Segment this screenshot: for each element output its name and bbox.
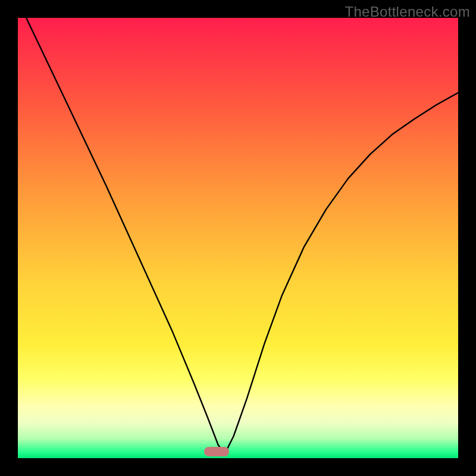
curve-right-branch	[225, 93, 458, 454]
curve-left-branch	[18, 0, 225, 453]
bottleneck-curve	[18, 18, 458, 458]
watermark-text: TheBottleneck.com	[345, 4, 470, 20]
chart-frame: TheBottleneck.com	[0, 0, 476, 476]
minimum-marker	[204, 447, 229, 456]
